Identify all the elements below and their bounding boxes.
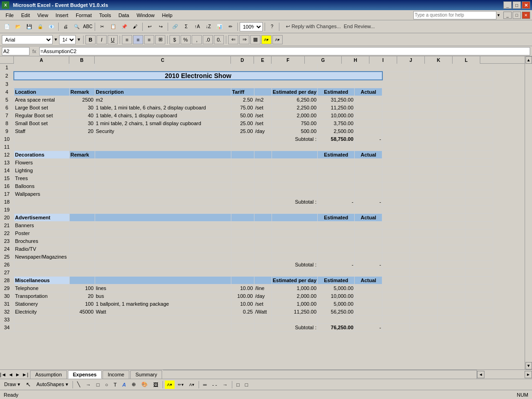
cell-H4[interactable]: Actual [355,88,382,96]
cell-A30[interactable]: Transportation [14,292,69,300]
cell-G6[interactable]: 11,250.00 [318,103,355,111]
cell-A26[interactable] [14,260,69,268]
cell-K32[interactable] [438,308,466,315]
cell-C6[interactable]: 1 table, 1 mini table, 6 chairs, 2 displ… [95,103,231,111]
cell-G1[interactable] [318,64,355,72]
increase-decimal-btn[interactable]: .0 [203,35,213,44]
cell-J1[interactable] [410,64,438,72]
cell-J27[interactable] [410,268,438,276]
percent-btn[interactable]: % [181,35,191,44]
cell-C15[interactable] [95,174,231,182]
cell-L3[interactable] [466,80,493,88]
cell-L12[interactable] [466,151,493,158]
decrease-indent-btn[interactable]: ⇐ [228,35,238,44]
cell-J16[interactable] [410,182,438,190]
cell-B9[interactable]: 20 [69,127,95,135]
cell-H22[interactable] [355,229,382,237]
cell-L16[interactable] [466,182,493,190]
cell-K24[interactable] [438,245,466,253]
cell-L23[interactable] [466,237,493,245]
chart-btn[interactable]: 📊 [214,22,224,31]
cell-H15[interactable] [355,174,382,182]
cell-A8[interactable]: Small Boot set [14,119,69,127]
col-header-J[interactable]: J [397,56,425,64]
cell-F8[interactable]: 750.00 [272,119,318,127]
cell-K25[interactable] [438,253,466,260]
font-color-draw-btn[interactable]: A▾ [187,381,197,389]
cell-H25[interactable] [355,253,382,260]
col-header-I[interactable]: I [369,56,397,64]
tab-nav-prev[interactable]: ◄ [8,372,13,377]
cell-G34[interactable]: 76,250.00 [318,323,355,331]
cell-A32[interactable]: Electricity [14,308,69,315]
cell-D4[interactable]: Tariff [231,88,254,96]
cell-D31[interactable]: 10.00 [231,300,254,308]
cell-A3[interactable] [14,80,69,88]
cell-C28[interactable] [95,276,231,284]
cell-G23[interactable] [318,237,355,245]
cell-I17[interactable] [382,190,410,198]
cell-H14[interactable] [355,166,382,174]
help-btn[interactable]: ? [267,22,277,31]
cell-A18[interactable] [14,198,69,206]
cell-F16[interactable] [272,182,318,190]
cell-H32[interactable] [355,308,382,315]
cell-L32[interactable] [466,308,493,315]
cell-L2[interactable] [466,72,493,80]
cell-A15[interactable]: Trees [14,174,69,182]
cell-G29[interactable]: 5,000.00 [318,284,355,292]
cell-G5[interactable]: 31,250.00 [318,96,355,103]
cell-E20[interactable] [254,213,272,221]
col-header-L[interactable]: L [453,56,480,64]
diagram-btn[interactable]: ⊕ [129,381,138,389]
cell-J11[interactable] [410,143,438,151]
cell-J7[interactable] [410,111,438,119]
cell-K20[interactable] [438,213,466,221]
cell-E6[interactable]: /set [254,103,272,111]
cell-K13[interactable] [438,158,466,166]
cell-L34[interactable] [466,323,493,331]
cell-A22[interactable]: Poster [14,229,69,237]
cell-A31[interactable]: Stationery [14,300,69,308]
menu-data[interactable]: Data [115,12,133,19]
fill-color-btn[interactable]: A▾ [261,35,272,44]
cell-L11[interactable] [466,143,493,151]
col-header-H[interactable]: H [342,56,369,64]
cell-I26[interactable] [382,260,410,268]
cell-G19[interactable] [318,206,355,213]
menu-tools[interactable]: Tools [96,12,115,19]
cell-K26[interactable] [438,260,466,268]
cell-K10[interactable] [438,135,466,143]
cell-F31[interactable]: 1,000.00 [272,300,318,308]
cell-D25[interactable] [231,253,254,260]
cell-B7[interactable]: 40 [69,111,95,119]
cell-E1[interactable] [254,64,272,72]
cell-D33[interactable] [231,315,254,323]
close-btn[interactable]: ✕ [522,1,530,9]
cell-E11[interactable] [254,143,272,151]
cell-H6[interactable] [355,103,382,111]
sort-desc-btn[interactable]: ↓Z [203,22,213,31]
cell-D34[interactable] [231,323,254,331]
cell-B28[interactable] [69,276,95,284]
cell-C10[interactable] [95,135,231,143]
menu-help[interactable]: Help [158,12,176,19]
cell-I31[interactable] [382,300,410,308]
cell-L8[interactable] [466,119,493,127]
cell-D6[interactable]: 75.00 [231,103,254,111]
font-size-select[interactable]: 14101112 [59,35,76,44]
cell-J8[interactable] [410,119,438,127]
cell-C7[interactable]: 1 table, 4 chairs, 1 display cupboard [95,111,231,119]
cell-C9[interactable]: Security [95,127,231,135]
cell-F30[interactable]: 2,000.00 [272,292,318,300]
cell-H30[interactable] [355,292,382,300]
line-tool-btn[interactable]: ╲ [75,381,83,389]
cell-I27[interactable] [382,268,410,276]
cell-A23[interactable]: Brochures [14,237,69,245]
cell-J2[interactable] [410,72,438,80]
cell-I18[interactable] [382,198,410,206]
cell-L15[interactable] [466,174,493,182]
merge-btn[interactable]: ⊞ [155,35,165,44]
menu-insert[interactable]: Insert [52,12,72,19]
cell-A25[interactable]: Newspaper/Magazines [14,253,69,260]
